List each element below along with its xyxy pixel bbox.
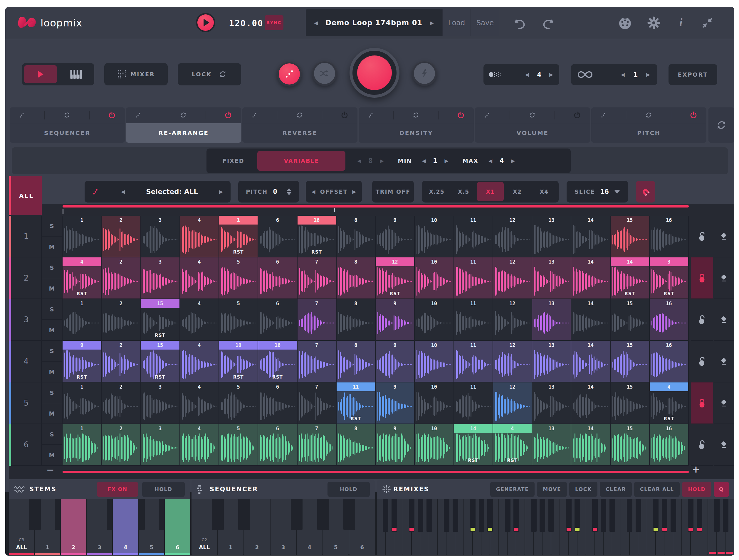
remove-row-button[interactable]: − — [46, 464, 54, 476]
slice-cell-r5-c2[interactable]: 2 — [102, 382, 141, 424]
slice-cell-r1-c10[interactable]: 10 — [415, 216, 454, 257]
slice-cell-r2-c16[interactable]: 3RST — [650, 257, 689, 299]
remix-black-key-7[interactable] — [470, 499, 475, 532]
selected-next-icon[interactable]: ▶ — [219, 189, 223, 195]
rate-x-25[interactable]: X.25 — [423, 182, 450, 201]
add-row-button[interactable]: + — [692, 464, 700, 475]
slice-cell-r5-c4[interactable]: 4 — [180, 382, 219, 424]
slice-cell-r6-c13[interactable]: 13 — [532, 424, 571, 466]
black-key[interactable] — [291, 499, 303, 530]
black-key[interactable] — [212, 499, 224, 530]
slice-cell-r1-c11[interactable]: 11 — [454, 216, 493, 257]
tab-sequencer[interactable]: SEQUENCER — [10, 123, 125, 143]
undo-icon[interactable] — [512, 18, 526, 29]
gear-icon[interactable] — [647, 16, 660, 30]
remix-clear-button[interactable]: CLEAR — [600, 482, 632, 497]
slice-cell-r1-c14[interactable]: 14 — [571, 216, 610, 257]
snap-magnet-button[interactable] — [636, 181, 655, 202]
remix-lock-button[interactable]: LOCK — [569, 482, 597, 497]
slice-cell-r4-c16[interactable]: 16 — [650, 341, 689, 382]
remix-black-key-19[interactable] — [609, 499, 615, 532]
mixer-button[interactable]: MIXER — [104, 63, 168, 85]
remix-black-key-9[interactable] — [487, 499, 493, 532]
row-label-3[interactable]: 3 — [11, 299, 42, 341]
remix-black-key-16[interactable] — [575, 499, 580, 532]
slice-cell-r2-c13[interactable]: 13 — [532, 257, 571, 299]
row-erase-button-2[interactable] — [714, 257, 734, 299]
resize-collapse-icon[interactable] — [701, 16, 714, 29]
slice-cell-r1-c1[interactable]: 1 — [62, 216, 102, 257]
slice-cell-r4-c8[interactable]: 8 — [337, 341, 376, 382]
rate-x-5[interactable]: X.5 — [450, 182, 477, 201]
slice-cell-r2-c15[interactable]: 14RST — [611, 257, 650, 299]
remix-black-key-10[interactable] — [505, 499, 510, 532]
remix-black-key-5[interactable] — [444, 499, 449, 532]
slice-cell-r6-c4[interactable]: 4 — [180, 424, 219, 466]
slice-cell-r3-c7[interactable]: 7 — [298, 299, 337, 341]
slice-cell-r4-c10[interactable]: 10 — [415, 341, 454, 382]
lock-button[interactable]: LOCK — [178, 63, 241, 85]
refresh-icon[interactable] — [645, 111, 652, 119]
tab-density[interactable]: DENSITY — [358, 123, 474, 143]
tab-reverse[interactable]: REVERSE — [242, 123, 357, 143]
remix-black-key-23[interactable] — [662, 499, 667, 532]
slice-cell-r1-c12[interactable]: 12 — [493, 216, 532, 257]
mute-button-row-4[interactable]: M — [42, 362, 62, 382]
remix-black-key-26[interactable] — [697, 499, 702, 532]
pitch-control[interactable]: PITCH 0 — [238, 181, 299, 202]
redo-icon[interactable] — [542, 18, 556, 29]
preset-name[interactable]: Demo Loop 174bpm 01 — [325, 19, 422, 27]
slice-cell-r5-c15[interactable]: 15 — [611, 382, 650, 424]
variable-mode-button[interactable]: VARIABLE — [257, 151, 345, 171]
bpm-display[interactable]: 120.00 — [223, 18, 270, 28]
slice-cell-r6-c3[interactable]: 3 — [141, 424, 180, 466]
slice-cell-r6-c10[interactable]: 10 — [415, 424, 454, 466]
slice-cell-r2-c11[interactable]: 11 — [454, 257, 493, 299]
refresh-icon[interactable] — [529, 111, 536, 119]
slice-cell-r1-c3[interactable]: 3 — [141, 216, 180, 257]
variation-next-icon[interactable]: ▶ — [549, 71, 554, 77]
slice-cell-r2-c2[interactable]: 2 — [102, 257, 141, 299]
loop-prev-icon[interactable]: ◀ — [621, 71, 626, 77]
remix-clear-all-button[interactable]: CLEAR ALL — [634, 482, 680, 497]
slice-cell-r4-c3[interactable]: 15RST — [141, 341, 180, 382]
slice-cell-r3-c9[interactable]: 9 — [376, 299, 415, 341]
slice-cell-r3-c6[interactable]: 6 — [258, 299, 297, 341]
row-label-2[interactable]: 2 — [11, 257, 42, 299]
remix-black-key-8[interactable] — [479, 499, 484, 532]
slice-cell-r2-c8[interactable]: 8 — [337, 257, 376, 299]
slice-cell-r2-c7[interactable]: 7 — [298, 257, 337, 299]
slice-cell-r5-c8[interactable]: 11RST — [337, 382, 376, 424]
slice-cell-r2-c3[interactable]: 3 — [141, 257, 180, 299]
solo-button-row-5[interactable]: S — [42, 382, 62, 403]
slice-cell-r6-c8[interactable]: 8 — [337, 424, 376, 466]
tab-pitch[interactable]: PITCH — [591, 123, 706, 143]
slice-cell-r3-c5[interactable]: 5 — [219, 299, 258, 341]
mute-button-row-5[interactable]: M — [42, 403, 62, 424]
slice-cell-r1-c8[interactable]: 8 — [337, 216, 376, 257]
slice-cell-r6-c5[interactable]: 5 — [219, 424, 258, 466]
preset-next-icon[interactable]: ▶ — [430, 20, 434, 26]
power-icon[interactable] — [108, 111, 116, 119]
slice-cell-r4-c12[interactable]: 12 — [493, 341, 532, 382]
slice-cell-r1-c5[interactable]: 1RST — [219, 216, 258, 257]
slice-cell-r3-c14[interactable]: 14 — [571, 299, 610, 341]
refresh-icon[interactable] — [63, 111, 71, 119]
power-icon[interactable] — [690, 111, 697, 119]
row-label-4[interactable]: 4 — [11, 341, 42, 382]
slice-cell-r1-c13[interactable]: 13 — [532, 216, 571, 257]
fixed-prev-icon[interactable]: ◀ — [357, 158, 361, 164]
slice-cell-r4-c14[interactable]: 14 — [571, 341, 610, 382]
slice-cell-r3-c4[interactable]: 4 — [180, 299, 219, 341]
row-lock-button-5[interactable] — [691, 382, 713, 424]
dice-icon[interactable] — [135, 112, 142, 119]
solo-button-row-3[interactable]: S — [42, 299, 62, 320]
slice-cell-r2-c5[interactable]: 5 — [219, 257, 258, 299]
slice-cell-r5-c3[interactable]: 3 — [141, 382, 180, 424]
slice-cell-r6-c15[interactable]: 15 — [611, 424, 650, 466]
row-lock-button-1[interactable] — [691, 216, 713, 257]
slice-cell-r5-c14[interactable]: 14 — [571, 382, 610, 424]
row-erase-button-3[interactable] — [714, 299, 734, 341]
remix-black-key-11[interactable] — [513, 499, 519, 532]
pitch-spinner[interactable] — [287, 188, 291, 195]
